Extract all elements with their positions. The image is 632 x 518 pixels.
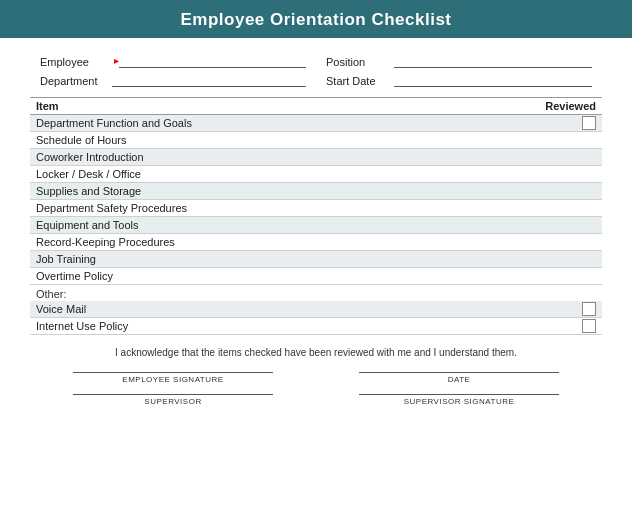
no-checkbox <box>582 133 596 147</box>
red-corner-mark: ▸ <box>114 55 119 66</box>
employee-sig-line <box>73 372 273 373</box>
supervisor-signature-area: SUPERVISOR SUPERVISOR SIGNATURE <box>0 388 632 406</box>
position-label: Position <box>326 56 394 68</box>
checklist-item-label: Schedule of Hours <box>36 134 127 146</box>
checklist-row: Voice Mail <box>30 301 602 318</box>
date-sig-block: DATE <box>316 372 602 384</box>
position-field: Position <box>326 54 592 68</box>
checklist-row: Department Function and Goals <box>30 115 602 132</box>
form-area: Employee ▸ Department Position Start Dat… <box>0 38 632 89</box>
checklist-header: Item Reviewed <box>30 97 602 115</box>
no-checkbox <box>582 167 596 181</box>
checklist-items-list: Department Function and Goals Schedule o… <box>30 115 602 285</box>
checklist-row: Locker / Desk / Office <box>30 166 602 183</box>
startdate-input[interactable] <box>394 73 592 87</box>
checklist-area: Item Reviewed Department Function and Go… <box>0 97 632 335</box>
supervisor-line <box>73 394 273 395</box>
checklist-item-label: Locker / Desk / Office <box>36 168 141 180</box>
checklist-item-label: Record-Keeping Procedures <box>36 236 175 248</box>
checklist-row: Internet Use Policy <box>30 318 602 335</box>
acknowledge-area: I acknowledge that the items checked hav… <box>0 343 632 362</box>
department-field: Department <box>40 73 306 87</box>
startdate-label: Start Date <box>326 75 394 87</box>
checklist-row: Equipment and Tools <box>30 217 602 234</box>
checklist-item-label: Department Function and Goals <box>36 117 192 129</box>
page-header: Employee Orientation Checklist <box>0 0 632 38</box>
date-label: DATE <box>448 375 471 384</box>
checklist-item-label: Coworker Introduction <box>36 151 144 163</box>
supervisor-sig-line <box>359 394 559 395</box>
col-reviewed-header: Reviewed <box>545 100 596 112</box>
other-items-list: Voice Mail Internet Use Policy <box>30 301 602 335</box>
checklist-item-label: Supplies and Storage <box>36 185 141 197</box>
checklist-row: Department Safety Procedures <box>30 200 602 217</box>
no-checkbox <box>582 269 596 283</box>
checklist-item-label: Overtime Policy <box>36 270 113 282</box>
department-input[interactable] <box>112 73 306 87</box>
checklist-item-label: Voice Mail <box>36 303 86 315</box>
checklist-row: Coworker Introduction <box>30 149 602 166</box>
supervisor-label: SUPERVISOR <box>144 397 201 406</box>
acknowledge-text: I acknowledge that the items checked hav… <box>115 347 517 358</box>
checklist-checkbox[interactable] <box>582 116 596 130</box>
page: Employee Orientation Checklist Employee … <box>0 0 632 518</box>
employee-sig-label: EMPLOYEE SIGNATURE <box>122 375 223 384</box>
checklist-row: Job Training <box>30 251 602 268</box>
supervisor-sig-block: SUPERVISOR SIGNATURE <box>316 394 602 406</box>
checklist-row: Record-Keeping Procedures <box>30 234 602 251</box>
department-label: Department <box>40 75 112 87</box>
col-item-header: Item <box>36 100 59 112</box>
checklist-item-label: Job Training <box>36 253 96 265</box>
page-title: Employee Orientation Checklist <box>180 10 451 29</box>
checklist-checkbox[interactable] <box>582 302 596 316</box>
other-section-label: Other: <box>30 285 602 301</box>
position-input[interactable] <box>394 54 592 68</box>
checklist-row: Overtime Policy <box>30 268 602 285</box>
no-checkbox <box>582 235 596 249</box>
checklist-item-label: Department Safety Procedures <box>36 202 187 214</box>
checklist-item-label: Internet Use Policy <box>36 320 128 332</box>
no-checkbox <box>582 201 596 215</box>
checklist-row: Supplies and Storage <box>30 183 602 200</box>
employee-signature-area: EMPLOYEE SIGNATURE DATE <box>0 368 632 384</box>
employee-input[interactable] <box>119 54 306 68</box>
date-sig-line <box>359 372 559 373</box>
employee-label: Employee <box>40 56 112 68</box>
employee-field: Employee ▸ <box>40 54 306 68</box>
checklist-row: Schedule of Hours <box>30 132 602 149</box>
no-checkbox <box>582 184 596 198</box>
checklist-checkbox[interactable] <box>582 319 596 333</box>
employee-sig-block: EMPLOYEE SIGNATURE <box>30 372 316 384</box>
supervisor-block: SUPERVISOR <box>30 394 316 406</box>
supervisor-sig-label: SUPERVISOR SIGNATURE <box>404 397 515 406</box>
no-checkbox <box>582 150 596 164</box>
checklist-item-label: Equipment and Tools <box>36 219 139 231</box>
no-checkbox <box>582 252 596 266</box>
no-checkbox <box>582 218 596 232</box>
startdate-field: Start Date <box>326 73 592 87</box>
